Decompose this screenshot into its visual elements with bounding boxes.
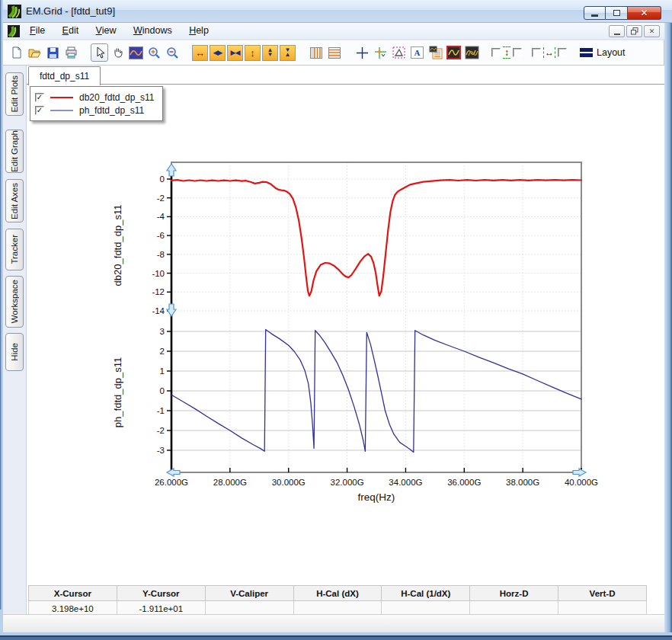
legend-checkbox-db20[interactable]: ✓ — [35, 93, 44, 102]
svg-text:0: 0 — [160, 174, 165, 184]
svg-text:28.000G: 28.000G — [213, 478, 247, 487]
svg-text:-12: -12 — [152, 287, 165, 296]
sidebar-tab-hide[interactable]: Hide — [5, 333, 24, 371]
app-logo-icon — [8, 5, 21, 18]
sidebar: Edit Plots Edit Graph Edit Axes Tracker … — [3, 66, 26, 614]
svg-text:freq(Hz): freq(Hz) — [358, 491, 395, 503]
svg-text:36.000G: 36.000G — [447, 478, 481, 487]
layout-tool[interactable]: Layout — [580, 47, 626, 58]
col-hcal-dx: H-Cal (dX) — [293, 586, 382, 601]
horizontal-markers-button[interactable] — [325, 43, 343, 62]
svg-text:40.000G: 40.000G — [565, 478, 598, 487]
sidebar-tab-edit-graph[interactable]: Edit Graph — [5, 130, 24, 173]
vertical-spacing-group: ↕ — [491, 46, 522, 59]
svg-text:34.000G: 34.000G — [389, 478, 422, 487]
svg-text:-1: -1 — [157, 406, 165, 415]
stretch-y-out-button[interactable]: ▲▼ — [262, 45, 278, 61]
legend-row-ph: ✓ ph_fdtd_dp_s11 — [35, 104, 155, 117]
sidebar-tab-edit-plots[interactable]: Edit Plots — [5, 72, 24, 116]
horizontal-spacing-icon[interactable]: ↔ — [543, 47, 555, 58]
vertical-spacing-left-checkbox[interactable] — [491, 48, 501, 57]
horizontal-spacing-left-checkbox[interactable] — [532, 48, 541, 57]
print-button[interactable] — [62, 43, 80, 62]
svg-text:30.000G: 30.000G — [272, 478, 306, 487]
menu-view[interactable]: View — [89, 23, 123, 39]
legend-label-db20: db20_fdtd_dp_s11 — [79, 92, 155, 103]
col-hcal-1dx: H-Cal (1/dX) — [382, 586, 470, 601]
document-logo-icon — [8, 25, 20, 37]
multi-trace-button[interactable] — [463, 43, 481, 62]
delta-caliper-button[interactable] — [390, 43, 408, 62]
svg-text:-2: -2 — [157, 194, 165, 203]
plot-page: fdtd_dp_s11 ✓ db20_fdtd_dp_s11 ✓ ph_fdtd… — [26, 66, 664, 614]
pan-hand-button[interactable] — [109, 43, 126, 62]
svg-text:-2: -2 — [157, 426, 165, 435]
svg-text:0: 0 — [160, 386, 165, 395]
legend-line-sample-db20 — [50, 97, 73, 98]
sidebar-tab-edit-axes[interactable]: Edit Axes — [5, 179, 24, 222]
shrink-y-in-button[interactable]: ▼▲ — [280, 45, 296, 61]
single-trace-button[interactable] — [445, 43, 462, 62]
em-grid-window: { "window": { "title": "EM.Grid - [fdtd_… — [0, 0, 672, 640]
svg-text:-3: -3 — [157, 446, 165, 455]
status-strip — [3, 614, 664, 632]
col-horz-d: Horz-D — [470, 586, 558, 601]
menu-help[interactable]: Help — [182, 23, 216, 39]
stretch-x-out-button[interactable]: ◀▶ — [210, 45, 226, 61]
mdi-close-button[interactable]: ✕ — [644, 25, 660, 37]
zoom-in-button[interactable] — [146, 43, 163, 62]
menu-windows[interactable]: Windows — [126, 23, 179, 39]
toolbar: ↔ ◀▶ ▶◀ ↕ ▲▼ ▼▲ A ↕ ↔ Lay — [3, 40, 664, 66]
expand-x-axis-button[interactable]: ↔ — [192, 45, 208, 61]
mdi-restore-button[interactable] — [626, 25, 642, 37]
mdi-window-controls: ✕ — [609, 25, 660, 37]
document-tab[interactable]: fdtd_dp_s11 — [28, 66, 101, 85]
text-annotation-button[interactable]: A — [408, 43, 426, 62]
maximize-button[interactable] — [606, 6, 628, 20]
svg-text:38.000G: 38.000G — [506, 478, 539, 487]
plot-canvas[interactable]: 0-2-4-6-8-10-12-14db20_fdtd_dp_s113210-1… — [27, 85, 665, 582]
cursor-readout-table: X-Cursor Y-Cursor V-Caliper H-Cal (dX) H… — [28, 585, 647, 616]
plot-report-button[interactable] — [427, 43, 444, 62]
menu-edit[interactable]: Edit — [56, 23, 86, 39]
new-file-button[interactable] — [8, 43, 25, 62]
plot-mode-button[interactable] — [127, 43, 145, 62]
window-title: EM.Grid - [fdtd_tut9] — [26, 5, 115, 17]
window-frame-right — [664, 23, 672, 632]
svg-text:26.000G: 26.000G — [155, 478, 188, 487]
document-tab-strip: fdtd_dp_s11 — [27, 66, 664, 85]
svg-text:2: 2 — [160, 347, 165, 356]
window-frame-left — [0, 0, 3, 610]
legend-label-ph: ph_fdtd_dp_s11 — [79, 105, 144, 116]
horizontal-spacing-right-checkbox[interactable] — [558, 48, 567, 57]
minimize-button[interactable] — [584, 6, 606, 20]
svg-text:A: A — [414, 48, 421, 57]
menu-file[interactable]: File — [23, 23, 52, 39]
svg-text:ph_fdtd_dp_s11: ph_fdtd_dp_s11 — [112, 357, 123, 427]
vertical-spacing-right-checkbox[interactable] — [513, 48, 522, 57]
svg-text:-4: -4 — [157, 212, 165, 221]
crosshair-cursor-button[interactable] — [354, 43, 371, 62]
sidebar-tab-tracker[interactable]: Tracker — [5, 229, 24, 270]
legend-checkbox-ph[interactable]: ✓ — [35, 106, 44, 115]
open-file-button[interactable] — [26, 43, 43, 62]
window-controls: ✕ — [584, 6, 661, 20]
col-v-caliper: V-Caliper — [205, 586, 293, 601]
mdi-minimize-button[interactable] — [609, 25, 625, 37]
close-button[interactable]: ✕ — [628, 6, 661, 20]
tracker-button[interactable] — [372, 43, 389, 62]
svg-text:32.000G: 32.000G — [331, 478, 364, 487]
save-button[interactable] — [44, 43, 62, 62]
sidebar-tab-workspace[interactable]: Workspace — [5, 276, 24, 328]
expand-y-axis-button[interactable]: ↕ — [245, 45, 261, 61]
shrink-x-in-button[interactable]: ▶◀ — [227, 45, 243, 61]
zoom-out-button[interactable] — [164, 43, 181, 62]
vertical-markers-button[interactable] — [307, 43, 325, 62]
legend-line-sample-ph — [50, 110, 73, 111]
vertical-spacing-icon[interactable]: ↕ — [503, 46, 510, 59]
svg-text:-6: -6 — [157, 231, 165, 240]
select-cursor-button[interactable] — [91, 43, 108, 62]
svg-text:db20_fdtd_dp_s11: db20_fdtd_dp_s11 — [112, 205, 123, 286]
legend-row-db20: ✓ db20_fdtd_dp_s11 — [35, 91, 155, 104]
col-y-cursor: Y-Cursor — [117, 586, 205, 601]
